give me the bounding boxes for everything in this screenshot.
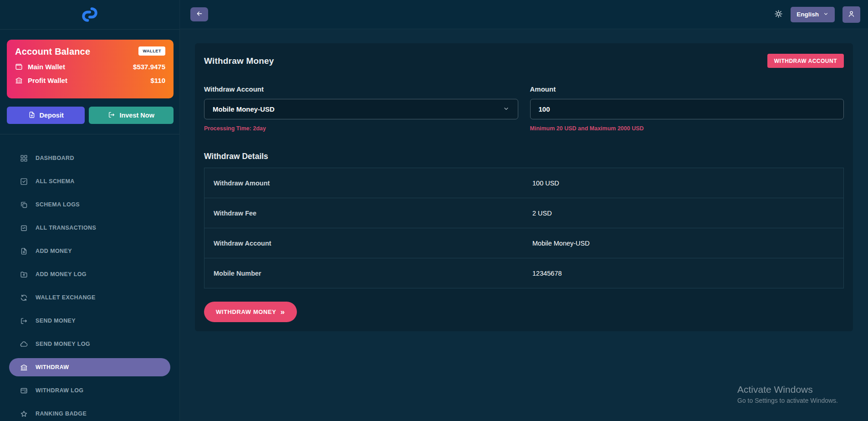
withdraw-money-card: Withdraw Money WITHDRAW ACCOUNT Withdraw… <box>195 43 853 331</box>
app-window: Account Balance WALLET Main Wallet$537.9… <box>0 0 868 421</box>
sidebar-item-label: ALL TRANSACTIONS <box>36 225 96 231</box>
details-label: Withdraw Account <box>204 240 532 247</box>
send-icon <box>20 317 28 325</box>
processing-time-help: Processing Time: 2day <box>204 125 518 132</box>
sidebar-item-label: SEND MONEY LOG <box>36 341 90 347</box>
sidebar-item-add-money-log[interactable]: ADD MONEY LOG <box>9 265 170 283</box>
main-panel: English Withdraw Money WITHDRAW ACCOUNT … <box>180 0 868 421</box>
sidebar-item-send-money-log[interactable]: SEND MONEY LOG <box>9 335 170 353</box>
balance-row-value: $110 <box>150 77 165 84</box>
deposit-button[interactable]: Deposit <box>7 107 85 124</box>
back-button[interactable] <box>190 7 208 21</box>
arrow-left-icon <box>196 10 203 17</box>
sidebar-menu: DASHBOARDALL SCHEMASCHEMA LOGSALL TRANSA… <box>0 134 179 421</box>
sun-icon <box>774 10 783 18</box>
sidebar: Account Balance WALLET Main Wallet$537.9… <box>0 0 180 421</box>
wallet-icon <box>15 63 23 71</box>
invest-now-button-label: Invest Now <box>119 112 154 119</box>
sidebar-item-label: SEND MONEY <box>36 318 76 324</box>
brand-logo-icon <box>80 5 100 25</box>
amount-label: Amount <box>530 85 844 93</box>
theme-toggle-button[interactable] <box>774 10 783 20</box>
sidebar-item-ranking-badge[interactable]: RANKING BADGE <box>9 405 170 421</box>
sidebar-body: Account Balance WALLET Main Wallet$537.9… <box>0 30 179 421</box>
details-row: Withdraw Fee2 USD <box>204 198 843 228</box>
details-value: 2 USD <box>532 210 552 217</box>
sidebar-item-wallet-exchange[interactable]: WALLET EXCHANGE <box>9 288 170 307</box>
sidebar-item-label: DASHBOARD <box>36 155 74 161</box>
account-balance-card: Account Balance WALLET Main Wallet$537.9… <box>7 40 174 98</box>
withdraw-account-selected-value: Mobile Money-USD <box>213 105 275 113</box>
sidebar-item-dashboard[interactable]: DASHBOARD <box>9 149 170 167</box>
grid-icon <box>20 154 28 162</box>
balance-row: Main Wallet$537.9475 <box>15 63 165 71</box>
send-icon <box>108 111 115 118</box>
withdraw-money-button[interactable]: WITHDRAW MONEY » <box>204 302 297 322</box>
invest-now-button[interactable]: Invest Now <box>89 107 174 124</box>
details-value: 12345678 <box>532 270 562 277</box>
activate-windows-watermark: Activate Windows Go to Settings to activ… <box>737 384 838 404</box>
withdraw-account-button[interactable]: WITHDRAW ACCOUNT <box>767 54 844 68</box>
sidebar-header <box>0 0 179 30</box>
details-row: Withdraw Amount100 USD <box>204 168 843 198</box>
withdraw-account-select[interactable]: Mobile Money-USD <box>204 99 518 119</box>
exchange-icon <box>20 294 28 302</box>
sidebar-item-all-schema[interactable]: ALL SCHEMA <box>9 172 170 190</box>
details-row: Withdraw AccountMobile Money-USD <box>204 228 843 258</box>
sidebar-item-schema-logs[interactable]: SCHEMA LOGS <box>9 195 170 214</box>
language-label: English <box>797 11 819 18</box>
sidebar-item-label: ALL SCHEMA <box>36 178 75 185</box>
amount-field-group: Amount Minimum 20 USD and Maximum 2000 U… <box>530 85 844 132</box>
bank-icon <box>15 77 23 84</box>
withdraw-account-label: Withdraw Account <box>204 85 518 93</box>
sidebar-item-label: ADD MONEY LOG <box>36 271 87 277</box>
sidebar-item-add-money[interactable]: ADD MONEY <box>9 242 170 260</box>
amount-input[interactable] <box>530 99 844 119</box>
language-select-button[interactable]: English <box>791 7 835 22</box>
balance-row: Profit Wallet$110 <box>15 77 165 84</box>
balance-row-value: $537.9475 <box>133 63 165 71</box>
file-plus-icon <box>28 111 36 118</box>
wallet-badge: WALLET <box>138 46 165 56</box>
watermark-line2: Go to Settings to activate Windows. <box>737 397 838 404</box>
sidebar-actions: Deposit Invest Now <box>7 107 174 124</box>
user-menu-button[interactable] <box>842 6 860 23</box>
withdraw-account-field: Withdraw Account Mobile Money-USD Proces… <box>204 85 518 132</box>
balance-row-label: Profit Wallet <box>28 77 67 84</box>
sidebar-item-all-transactions[interactable]: ALL TRANSACTIONS <box>9 219 170 237</box>
sidebar-item-withdraw[interactable]: WITHDRAW <box>9 358 170 376</box>
topbar: English <box>180 0 868 29</box>
check-square-icon <box>20 178 28 185</box>
amount-limits-help: Minimum 20 USD and Maximum 2000 USD <box>530 125 844 132</box>
details-label: Withdraw Fee <box>204 210 532 217</box>
folder-plus-icon <box>20 271 28 278</box>
details-row: Mobile Number12345678 <box>204 258 843 288</box>
copy-icon <box>20 201 28 209</box>
deposit-button-label: Deposit <box>40 112 64 119</box>
sidebar-item-withdraw-log[interactable]: WITHDRAW LOG <box>9 381 170 400</box>
details-value: 100 USD <box>532 180 559 187</box>
file-plus-icon <box>20 247 28 255</box>
person-icon <box>848 10 855 18</box>
sidebar-item-label: SCHEMA LOGS <box>36 201 80 208</box>
sidebar-item-send-money[interactable]: SEND MONEY <box>9 312 170 330</box>
details-label: Withdraw Amount <box>204 180 532 187</box>
archive-icon <box>20 224 28 232</box>
content-area: Withdraw Money WITHDRAW ACCOUNT Withdraw… <box>180 29 868 421</box>
balance-row-label: Main Wallet <box>28 63 65 71</box>
watermark-line1: Activate Windows <box>737 384 838 395</box>
sidebar-item-label: WALLET EXCHANGE <box>36 294 96 301</box>
credit-card-icon <box>20 387 28 395</box>
brand-logo[interactable] <box>80 5 100 25</box>
details-value: Mobile Money-USD <box>532 240 590 247</box>
sidebar-item-label: WITHDRAW LOG <box>36 387 83 394</box>
chevron-down-icon <box>823 11 829 17</box>
cloud-icon <box>20 340 28 348</box>
withdraw-details-table: Withdraw Amount100 USDWithdraw Fee2 USDW… <box>204 168 844 288</box>
double-chevron-right-icon: » <box>281 308 285 316</box>
bank-icon <box>20 364 28 371</box>
sidebar-item-label: ADD MONEY <box>36 248 72 254</box>
details-label: Mobile Number <box>204 270 532 277</box>
sidebar-item-label: WITHDRAW <box>36 364 69 370</box>
withdraw-money-button-label: WITHDRAW MONEY <box>216 308 276 315</box>
